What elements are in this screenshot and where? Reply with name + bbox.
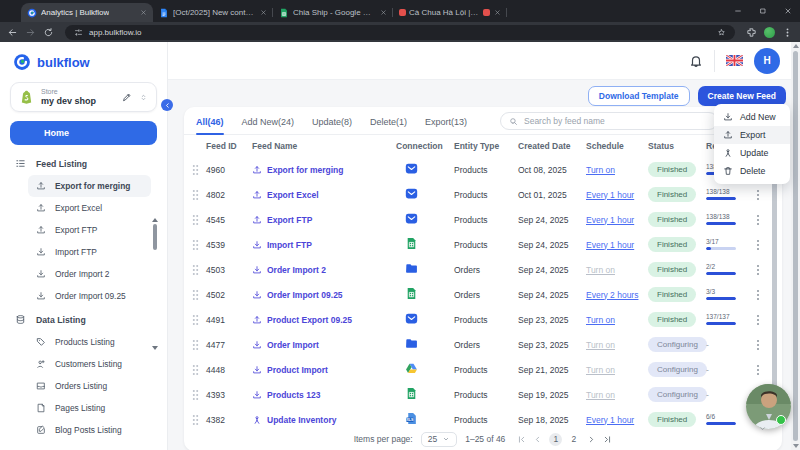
row-menu-button[interactable] xyxy=(752,240,764,250)
user-avatar[interactable]: H xyxy=(754,48,780,74)
schedule-link[interactable]: Every 1 hour xyxy=(586,415,634,425)
extensions-icon[interactable] xyxy=(746,27,757,38)
table-row-4539[interactable]: 4539Import FTPProductsSep 24, 2025Every … xyxy=(184,232,782,257)
sidebar-item-home[interactable]: Home xyxy=(10,121,157,145)
sidebar-item-export-for-merging[interactable]: Export for merging xyxy=(28,175,151,197)
scroll-up-icon[interactable] xyxy=(152,218,158,222)
tab-close-icon[interactable] xyxy=(140,9,147,16)
feed-name-link[interactable]: Export for merging xyxy=(252,165,396,175)
edit-store-icon[interactable] xyxy=(122,92,132,102)
webcam-chevron-down-icon[interactable] xyxy=(758,424,767,433)
menu-item-add-new[interactable]: Add New xyxy=(714,108,790,126)
table-row-4477[interactable]: 4477Order ImportOrdersSep 23, 2025Turn o… xyxy=(184,332,782,357)
page-1-button[interactable]: 1 xyxy=(549,433,562,446)
row-menu-button[interactable] xyxy=(752,265,764,275)
tab-close-icon[interactable] xyxy=(380,9,387,16)
column-header-entity-type[interactable]: Entity Type xyxy=(454,141,518,151)
schedule-link[interactable]: Every 1 hour xyxy=(586,190,634,200)
browser-profile-avatar[interactable] xyxy=(764,27,775,38)
feed-name-link[interactable]: Product Export 09.25 xyxy=(252,315,396,325)
table-row-4382[interactable]: 4382Update InventoryXLSProductsSep 18, 2… xyxy=(184,407,782,432)
last-page-button[interactable] xyxy=(603,435,612,444)
drag-handle-icon[interactable] xyxy=(192,239,199,251)
sidebar-item-products-listing[interactable]: Products Listing xyxy=(0,331,167,353)
menu-item-update[interactable]: Update xyxy=(714,144,790,162)
feed-name-link[interactable]: Order Import 2 xyxy=(252,265,396,275)
sidebar-item-customers-listing[interactable]: Customers Listing xyxy=(0,353,167,375)
sidebar-item-pages-listing[interactable]: Pages Listing xyxy=(0,397,167,419)
browser-tab-oct-2025-new-content-ha-m[interactable]: [Oct/2025] New content - Ha M xyxy=(153,3,273,22)
sidebar-item-order-import-09-25[interactable]: Order Import 09.25 xyxy=(0,285,167,307)
sidebar-item-export-excel[interactable]: Export Excel xyxy=(0,197,167,219)
bookmark-star-icon[interactable] xyxy=(717,28,726,37)
column-header-status[interactable]: Status xyxy=(648,141,706,151)
window-maximize-button[interactable] xyxy=(750,0,775,22)
feed-name-link[interactable]: Export FTP xyxy=(252,215,396,225)
search-box[interactable] xyxy=(500,112,718,130)
new-tab-button[interactable] xyxy=(514,7,524,17)
drag-handle-icon[interactable] xyxy=(192,339,199,351)
drag-handle-icon[interactable] xyxy=(192,264,199,276)
browser-tab-chia-ship-google-sheets[interactable]: Chia Ship - Google Sheets xyxy=(273,3,393,22)
window-minimize-button[interactable] xyxy=(725,0,750,22)
feed-name-link[interactable]: Export Excel xyxy=(252,190,396,200)
collapse-sidebar-button[interactable] xyxy=(161,99,173,111)
browser-menu-button[interactable] xyxy=(782,27,793,38)
column-header-connection[interactable]: Connection xyxy=(396,141,454,151)
language-flag-icon[interactable] xyxy=(726,55,743,66)
drag-handle-icon[interactable] xyxy=(192,389,199,401)
sidebar-item-orders-listing[interactable]: Orders Listing xyxy=(0,375,167,397)
row-menu-button[interactable] xyxy=(752,215,764,225)
browser-tab-c-chua-h-l-i[interactable]: Cà Chua Hà Lội | Messen xyxy=(393,3,507,22)
tab-add-new-24[interactable]: Add New(24) xyxy=(242,117,295,134)
feed-name-link[interactable]: Order Import 09.25 xyxy=(252,290,396,300)
notification-bell-icon[interactable] xyxy=(689,54,703,68)
table-row-4960[interactable]: 4960Export for mergingProductsOct 08, 20… xyxy=(184,157,782,182)
table-row-4502[interactable]: 4502Order Import 09.25OrdersSep 24, 2025… xyxy=(184,282,782,307)
scrollbar-thumb[interactable] xyxy=(153,224,157,250)
row-menu-button[interactable] xyxy=(752,290,764,300)
scroll-up-icon[interactable] xyxy=(793,44,799,48)
first-page-button[interactable] xyxy=(517,435,526,444)
drag-handle-icon[interactable] xyxy=(192,364,199,376)
page-scrollbar[interactable] xyxy=(791,42,800,450)
table-row-4545[interactable]: 4545Export FTPProductsSep 24, 2025Every … xyxy=(184,207,782,232)
tab-export-13[interactable]: Export(13) xyxy=(425,117,467,134)
store-switch-icon[interactable] xyxy=(139,93,148,102)
column-header-schedule[interactable]: Schedule xyxy=(586,141,648,151)
sidebar-section-feed-listing[interactable]: Feed Listing xyxy=(0,151,167,175)
column-header-feed-name[interactable]: Feed Name xyxy=(252,141,396,151)
table-row-4503[interactable]: 4503Order Import 2OrdersSep 24, 2025Turn… xyxy=(184,257,782,282)
drag-handle-icon[interactable] xyxy=(192,414,199,426)
sidebar-item-import-ftp[interactable]: Import FTP xyxy=(0,241,167,263)
create-new-feed-button[interactable]: Create New Feed xyxy=(698,86,787,106)
schedule-link[interactable]: Turn on xyxy=(586,365,615,375)
schedule-link[interactable]: Turn on xyxy=(586,315,615,325)
table-row-4393[interactable]: 4393Products 123ProductsSep 19, 2025Turn… xyxy=(184,382,782,407)
column-header-created-date[interactable]: Created Date xyxy=(518,141,586,151)
schedule-link[interactable]: Turn on xyxy=(586,340,615,350)
drag-handle-icon[interactable] xyxy=(192,314,199,326)
drag-handle-icon[interactable] xyxy=(192,164,199,176)
store-selector[interactable]: Store my dev shop xyxy=(10,82,157,112)
reload-button[interactable] xyxy=(43,27,54,38)
menu-item-export[interactable]: Export xyxy=(714,126,790,144)
window-close-button[interactable] xyxy=(775,0,800,22)
feed-name-link[interactable]: Product Import xyxy=(252,365,396,375)
download-template-button[interactable]: Download Template xyxy=(588,86,690,106)
feed-name-link[interactable]: Products 123 xyxy=(252,390,396,400)
menu-item-delete[interactable]: Delete xyxy=(714,162,790,180)
drag-handle-icon[interactable] xyxy=(192,189,199,201)
row-menu-button[interactable] xyxy=(752,365,764,375)
tab-close-icon[interactable] xyxy=(260,9,267,16)
table-row-4448[interactable]: 4448Product ImportProductsSep 21, 2025Tu… xyxy=(184,357,782,382)
forward-button[interactable] xyxy=(25,27,36,38)
feed-name-link[interactable]: Update Inventory xyxy=(252,415,396,425)
sidebar-item-export-ftp[interactable]: Export FTP xyxy=(0,219,167,241)
drag-handle-icon[interactable] xyxy=(192,214,199,226)
schedule-link[interactable]: Every 2 hours xyxy=(586,290,638,300)
scroll-down-icon[interactable] xyxy=(793,444,799,448)
sidebar-item-blog-posts-listing[interactable]: Blog Posts Listing xyxy=(0,419,167,441)
items-per-page-select[interactable]: 25 xyxy=(421,432,457,447)
table-row-4491[interactable]: 4491Product Export 09.25ProductsSep 23, … xyxy=(184,307,782,332)
